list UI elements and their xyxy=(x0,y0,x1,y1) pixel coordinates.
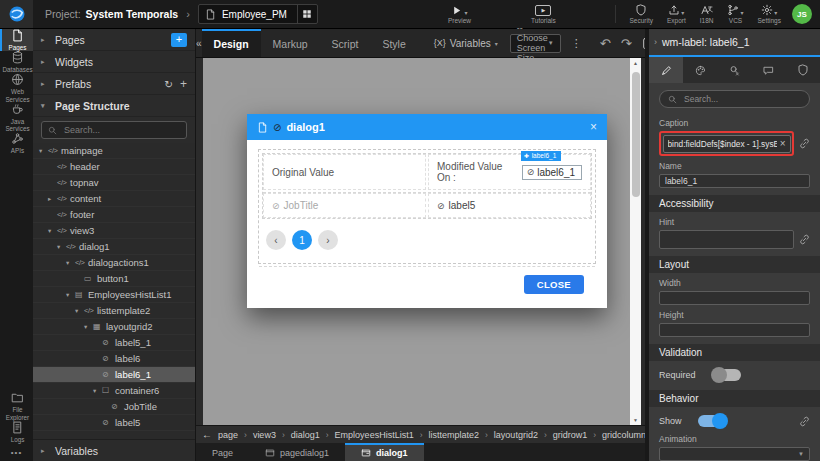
rail-item-pages[interactable]: Pages xyxy=(0,29,33,51)
tree-item-container6[interactable]: ▾ ☐ container6 xyxy=(33,383,195,399)
tree-item-view3[interactable]: ▾ </> view3 xyxy=(33,223,195,239)
section-prefabs[interactable]: ▸ Prefabs ↻ + xyxy=(33,73,195,95)
breadcrumb-item-gridrow1[interactable]: gridrow1 xyxy=(553,430,588,440)
tree-item-footer[interactable]: </> footer xyxy=(33,207,195,223)
expand-open-icon[interactable]: ▾ xyxy=(39,147,48,155)
bind-link-icon[interactable] xyxy=(799,416,810,427)
scrollbar-thumb[interactable] xyxy=(632,72,640,197)
breadcrumb-item-page[interactable]: page xyxy=(218,430,238,440)
dialog1-widget[interactable]: ⊘ dialog1 × Original Value xyxy=(247,114,607,308)
expand-open-icon[interactable]: ▾ xyxy=(93,387,102,395)
expand-open-icon[interactable]: ▾ xyxy=(66,291,75,299)
tree-item-content[interactable]: ▸ </> content xyxy=(33,191,195,207)
tree-item-label6[interactable]: ⊘ label6 xyxy=(33,351,195,367)
section-widgets[interactable]: ▸ Widgets xyxy=(33,51,195,73)
required-toggle[interactable] xyxy=(712,369,741,381)
bind-link-icon[interactable] xyxy=(799,138,810,149)
show-toggle[interactable] xyxy=(698,415,727,427)
topbar-action-export[interactable]: ▾ Export xyxy=(660,0,693,28)
properties-search[interactable] xyxy=(659,90,810,108)
caption-field[interactable]: bind:fieldDefs[$index - 1].sysBegin | to… xyxy=(663,135,791,153)
modified-value-cell[interactable]: Modified Value On : ✚label6_1 ⊘label6_1 xyxy=(428,154,591,190)
rail-item-logs[interactable]: Logs xyxy=(0,421,33,443)
section-page-structure[interactable]: ▾ Page Structure xyxy=(33,95,195,117)
refresh-icon[interactable]: ↻ xyxy=(164,78,173,90)
tree-item-header[interactable]: </> header xyxy=(33,159,195,175)
props-tab-conversation[interactable] xyxy=(752,57,786,83)
bottom-tab-page[interactable]: Page xyxy=(196,443,249,461)
tree-item-label5[interactable]: ⊘ label5 xyxy=(33,415,195,431)
more-options-icon[interactable]: ⋮ xyxy=(571,37,582,50)
redo-icon[interactable]: ↷ xyxy=(621,36,632,51)
rail-item-java-services[interactable]: Java Services xyxy=(0,103,33,132)
tree-item-dialog1[interactable]: ▾ </> dialog1 xyxy=(33,239,195,255)
topbar-action-security[interactable]: Security xyxy=(622,0,659,28)
undo-icon[interactable]: ↶ xyxy=(600,36,611,51)
expand-closed-icon[interactable]: ▸ xyxy=(48,195,57,203)
pagination-page-1[interactable]: 1 xyxy=(292,230,312,250)
add-page-button[interactable]: + xyxy=(171,33,187,47)
scroll-down-icon[interactable]: ▼ xyxy=(630,417,641,423)
name-field[interactable] xyxy=(659,174,810,188)
rail-item-databases[interactable]: Databases xyxy=(0,51,33,73)
props-tab-security[interactable] xyxy=(786,57,820,83)
selection-handle[interactable]: ✚label6_1 xyxy=(521,151,562,161)
add-prefab-button[interactable]: + xyxy=(180,77,187,91)
breadcrumb-item-gridcolumn2[interactable]: gridcolumn2 xyxy=(602,430,645,440)
pagination-prev-button[interactable]: ‹ xyxy=(266,230,286,250)
section-variables[interactable]: ▸ Variables xyxy=(33,439,195,461)
tree-item-button1[interactable]: ▭ button1 xyxy=(33,271,195,287)
original-value-cell[interactable]: Original Value xyxy=(263,154,426,190)
user-avatar[interactable]: JS xyxy=(792,4,812,24)
animation-select[interactable]: ▼ xyxy=(659,447,810,461)
pages-grid-icon[interactable] xyxy=(297,5,317,23)
collapse-props-icon[interactable]: › xyxy=(654,37,657,47)
tree-item-jobtitle[interactable]: ⊘ JobTitle xyxy=(33,399,195,415)
bottom-tab-pagedialog1[interactable]: pagedialog1 xyxy=(249,443,345,461)
screen-size-select[interactable]: -- Choose Screen Size -- ▼ xyxy=(510,34,561,53)
tree-item-topnav[interactable]: </> topnav xyxy=(33,175,195,191)
rail-item-web-services[interactable]: Web Services xyxy=(0,73,33,102)
design-canvas[interactable]: ⊘ dialog1 × Original Value xyxy=(196,58,645,425)
topbar-action-i18n[interactable]: I18N xyxy=(693,0,721,28)
jobtitle-cell[interactable]: ⊘ JobTitle xyxy=(263,193,426,218)
expand-open-icon[interactable]: ▾ xyxy=(66,259,75,267)
preview-button[interactable]: ▾ Preview xyxy=(438,0,481,28)
variables-dropdown[interactable]: {X} Variables ▾ xyxy=(434,38,498,49)
canvas-tab-markup[interactable]: Markup xyxy=(261,29,320,57)
tree-item-label5-1[interactable]: ⊘ label5_1 xyxy=(33,335,195,351)
wavemaker-logo[interactable] xyxy=(0,0,33,28)
topbar-action-settings[interactable]: ▾ Settings xyxy=(751,0,789,28)
tree-item-layoutgrid2[interactable]: ▾ ▦ layoutgrid2 xyxy=(33,319,195,335)
expand-open-icon[interactable]: ▾ xyxy=(84,323,93,331)
breadcrumb-item-employeeshistlist1[interactable]: EmployeesHistList1 xyxy=(335,430,414,440)
rail-item-apis[interactable]: APIs xyxy=(0,132,33,154)
structure-search-input[interactable] xyxy=(62,124,180,136)
width-field[interactable] xyxy=(659,291,810,305)
tree-item-listtemplate2[interactable]: ▾ </> listtemplate2 xyxy=(33,303,195,319)
selected-label6_1-widget[interactable]: ✚label6_1 ⊘label6_1 xyxy=(522,165,582,180)
breadcrumb-item-dialog1[interactable]: dialog1 xyxy=(291,430,320,440)
height-field[interactable] xyxy=(659,323,810,337)
props-tab-properties[interactable] xyxy=(649,57,683,83)
section-pages[interactable]: ▸ Pages + xyxy=(33,29,195,51)
tree-item-employeeshistlist1[interactable]: ▾ ▤ EmployeesHistList1 xyxy=(33,287,195,303)
pagination-next-button[interactable]: › xyxy=(318,230,338,250)
clear-icon[interactable]: × xyxy=(780,138,786,149)
tree-item-mainpage[interactable]: ▾ </> mainpage xyxy=(33,143,195,159)
rail-item-file-explorer[interactable]: File Explorer xyxy=(0,391,33,420)
hint-field[interactable] xyxy=(659,230,794,249)
page-selector[interactable]: Employee_PM xyxy=(198,4,318,24)
expand-open-icon[interactable]: ▾ xyxy=(75,307,84,315)
breadcrumb-back-icon[interactable]: ← xyxy=(202,429,212,440)
employees-hist-list-widget[interactable]: Original Value Modified Value On : ✚labe… xyxy=(258,149,596,264)
expand-open-icon[interactable]: ▾ xyxy=(48,227,57,235)
structure-search[interactable] xyxy=(41,121,187,139)
tree-item-dialogactions1[interactable]: ▾ </> dialogactions1 xyxy=(33,255,195,271)
properties-search-input[interactable] xyxy=(682,93,801,105)
breadcrumb-item-view3[interactable]: view3 xyxy=(253,430,276,440)
expand-open-icon[interactable]: ▾ xyxy=(57,243,66,251)
dialog-header[interactable]: ⊘ dialog1 × xyxy=(247,114,607,140)
close-button[interactable]: CLOSE xyxy=(524,275,584,294)
scroll-up-icon[interactable]: ▲ xyxy=(630,60,641,66)
